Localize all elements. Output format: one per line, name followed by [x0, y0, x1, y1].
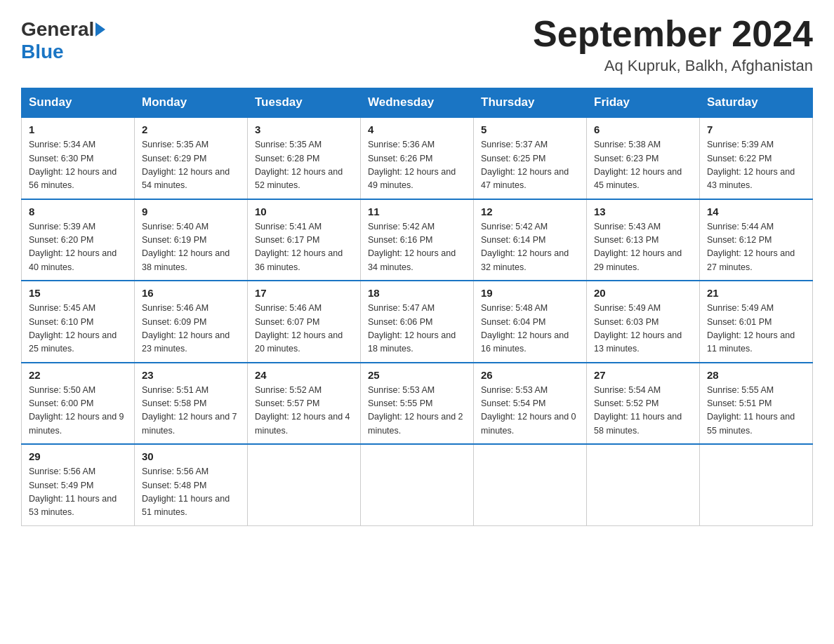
day-number: 12 — [481, 206, 579, 217]
header-friday: Friday — [587, 88, 700, 118]
title-block: September 2024 Aq Kupruk, Balkh, Afghani… — [533, 14, 813, 75]
header-saturday: Saturday — [700, 88, 813, 118]
calendar-cell — [587, 444, 700, 525]
calendar-cell: 21 Sunrise: 5:49 AM Sunset: 6:01 PM Dayl… — [700, 281, 813, 363]
header-thursday: Thursday — [474, 88, 587, 118]
calendar-cell: 2 Sunrise: 5:35 AM Sunset: 6:29 PM Dayli… — [135, 117, 248, 199]
header-sunday: Sunday — [22, 88, 135, 118]
calendar-cell: 24 Sunrise: 5:52 AM Sunset: 5:57 PM Dayl… — [248, 363, 361, 445]
day-info: Sunrise: 5:53 AM Sunset: 5:54 PM Dayligh… — [481, 384, 579, 438]
day-info: Sunrise: 5:49 AM Sunset: 6:03 PM Dayligh… — [594, 302, 692, 356]
logo: General Blue — [21, 18, 107, 63]
day-number: 11 — [368, 206, 466, 217]
day-number: 23 — [142, 369, 240, 381]
day-number: 20 — [594, 287, 692, 299]
day-number: 5 — [481, 123, 579, 135]
day-number: 21 — [707, 287, 805, 299]
calendar-cell — [361, 444, 474, 525]
day-info: Sunrise: 5:55 AM Sunset: 5:51 PM Dayligh… — [707, 384, 805, 438]
calendar-cell: 11 Sunrise: 5:42 AM Sunset: 6:16 PM Dayl… — [361, 199, 474, 281]
day-number: 27 — [594, 369, 692, 381]
header-wednesday: Wednesday — [361, 88, 474, 118]
day-number: 8 — [29, 206, 127, 217]
calendar-cell: 7 Sunrise: 5:39 AM Sunset: 6:22 PM Dayli… — [700, 117, 813, 199]
day-info: Sunrise: 5:37 AM Sunset: 6:25 PM Dayligh… — [481, 138, 579, 193]
weekday-header-row: Sunday Monday Tuesday Wednesday Thursday… — [22, 88, 813, 118]
page-header: General Blue September 2024 Aq Kupruk, B… — [21, 14, 813, 75]
calendar-cell: 14 Sunrise: 5:44 AM Sunset: 6:12 PM Dayl… — [700, 199, 813, 281]
day-info: Sunrise: 5:34 AM Sunset: 6:30 PM Dayligh… — [29, 138, 127, 193]
calendar-cell: 20 Sunrise: 5:49 AM Sunset: 6:03 PM Dayl… — [587, 281, 700, 363]
day-info: Sunrise: 5:43 AM Sunset: 6:13 PM Dayligh… — [594, 220, 692, 275]
day-info: Sunrise: 5:50 AM Sunset: 6:00 PM Dayligh… — [29, 384, 127, 438]
calendar-cell: 22 Sunrise: 5:50 AM Sunset: 6:00 PM Dayl… — [22, 363, 135, 445]
day-number: 25 — [368, 369, 466, 381]
calendar-week-5: 29 Sunrise: 5:56 AM Sunset: 5:49 PM Dayl… — [22, 444, 813, 525]
calendar-cell — [700, 444, 813, 525]
day-number: 7 — [707, 123, 805, 135]
calendar-cell: 17 Sunrise: 5:46 AM Sunset: 6:07 PM Dayl… — [248, 281, 361, 363]
logo-blue-text: Blue — [21, 41, 64, 62]
day-info: Sunrise: 5:39 AM Sunset: 6:20 PM Dayligh… — [29, 220, 127, 275]
calendar-cell: 3 Sunrise: 5:35 AM Sunset: 6:28 PM Dayli… — [248, 117, 361, 199]
day-number: 9 — [142, 206, 240, 217]
calendar-cell — [474, 444, 587, 525]
day-number: 17 — [255, 287, 353, 299]
day-info: Sunrise: 5:44 AM Sunset: 6:12 PM Dayligh… — [707, 220, 805, 275]
day-info: Sunrise: 5:45 AM Sunset: 6:10 PM Dayligh… — [29, 302, 127, 356]
day-info: Sunrise: 5:46 AM Sunset: 6:07 PM Dayligh… — [255, 302, 353, 356]
day-number: 19 — [481, 287, 579, 299]
calendar-cell: 8 Sunrise: 5:39 AM Sunset: 6:20 PM Dayli… — [22, 199, 135, 281]
day-info: Sunrise: 5:53 AM Sunset: 5:55 PM Dayligh… — [368, 384, 466, 438]
day-number: 4 — [368, 123, 466, 135]
calendar-table: Sunday Monday Tuesday Wednesday Thursday… — [21, 88, 813, 526]
day-number: 24 — [255, 369, 353, 381]
day-number: 16 — [142, 287, 240, 299]
calendar-week-4: 22 Sunrise: 5:50 AM Sunset: 6:00 PM Dayl… — [22, 363, 813, 445]
day-info: Sunrise: 5:54 AM Sunset: 5:52 PM Dayligh… — [594, 384, 692, 438]
calendar-cell: 26 Sunrise: 5:53 AM Sunset: 5:54 PM Dayl… — [474, 363, 587, 445]
day-number: 3 — [255, 123, 353, 135]
calendar-cell: 28 Sunrise: 5:55 AM Sunset: 5:51 PM Dayl… — [700, 363, 813, 445]
day-number: 13 — [594, 206, 692, 217]
day-info: Sunrise: 5:38 AM Sunset: 6:23 PM Dayligh… — [594, 138, 692, 193]
calendar-cell: 29 Sunrise: 5:56 AM Sunset: 5:49 PM Dayl… — [22, 444, 135, 525]
calendar-cell: 4 Sunrise: 5:36 AM Sunset: 6:26 PM Dayli… — [361, 117, 474, 199]
day-number: 26 — [481, 369, 579, 381]
calendar-cell: 16 Sunrise: 5:46 AM Sunset: 6:09 PM Dayl… — [135, 281, 248, 363]
calendar-cell: 1 Sunrise: 5:34 AM Sunset: 6:30 PM Dayli… — [22, 117, 135, 199]
logo-general-text: General — [21, 18, 94, 41]
day-info: Sunrise: 5:56 AM Sunset: 5:48 PM Dayligh… — [142, 465, 240, 520]
calendar-cell: 13 Sunrise: 5:43 AM Sunset: 6:13 PM Dayl… — [587, 199, 700, 281]
day-number: 30 — [142, 450, 240, 462]
day-number: 15 — [29, 287, 127, 299]
day-info: Sunrise: 5:52 AM Sunset: 5:57 PM Dayligh… — [255, 384, 353, 438]
day-number: 1 — [29, 123, 127, 135]
day-info: Sunrise: 5:49 AM Sunset: 6:01 PM Dayligh… — [707, 302, 805, 356]
day-number: 2 — [142, 123, 240, 135]
day-info: Sunrise: 5:51 AM Sunset: 5:58 PM Dayligh… — [142, 384, 240, 438]
calendar-cell: 25 Sunrise: 5:53 AM Sunset: 5:55 PM Dayl… — [361, 363, 474, 445]
calendar-week-3: 15 Sunrise: 5:45 AM Sunset: 6:10 PM Dayl… — [22, 281, 813, 363]
day-info: Sunrise: 5:40 AM Sunset: 6:19 PM Dayligh… — [142, 220, 240, 275]
day-info: Sunrise: 5:47 AM Sunset: 6:06 PM Dayligh… — [368, 302, 466, 356]
day-number: 14 — [707, 206, 805, 217]
calendar-week-1: 1 Sunrise: 5:34 AM Sunset: 6:30 PM Dayli… — [22, 117, 813, 199]
day-info: Sunrise: 5:35 AM Sunset: 6:28 PM Dayligh… — [255, 138, 353, 193]
calendar-cell: 5 Sunrise: 5:37 AM Sunset: 6:25 PM Dayli… — [474, 117, 587, 199]
day-number: 6 — [594, 123, 692, 135]
calendar-cell: 27 Sunrise: 5:54 AM Sunset: 5:52 PM Dayl… — [587, 363, 700, 445]
day-info: Sunrise: 5:42 AM Sunset: 6:14 PM Dayligh… — [481, 220, 579, 275]
calendar-subtitle: Aq Kupruk, Balkh, Afghanistan — [533, 57, 813, 75]
day-number: 28 — [707, 369, 805, 381]
calendar-cell: 6 Sunrise: 5:38 AM Sunset: 6:23 PM Dayli… — [587, 117, 700, 199]
day-number: 18 — [368, 287, 466, 299]
day-info: Sunrise: 5:35 AM Sunset: 6:29 PM Dayligh… — [142, 138, 240, 193]
calendar-cell: 19 Sunrise: 5:48 AM Sunset: 6:04 PM Dayl… — [474, 281, 587, 363]
day-number: 22 — [29, 369, 127, 381]
day-info: Sunrise: 5:41 AM Sunset: 6:17 PM Dayligh… — [255, 220, 353, 275]
calendar-cell: 15 Sunrise: 5:45 AM Sunset: 6:10 PM Dayl… — [22, 281, 135, 363]
day-info: Sunrise: 5:48 AM Sunset: 6:04 PM Dayligh… — [481, 302, 579, 356]
day-info: Sunrise: 5:36 AM Sunset: 6:26 PM Dayligh… — [368, 138, 466, 193]
calendar-week-2: 8 Sunrise: 5:39 AM Sunset: 6:20 PM Dayli… — [22, 199, 813, 281]
